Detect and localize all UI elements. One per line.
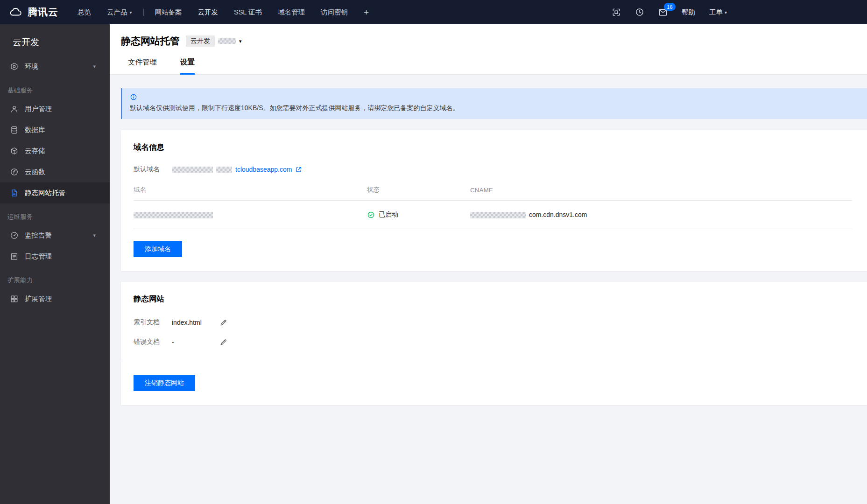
external-link-icon — [295, 166, 302, 173]
redacted-custom-domain — [134, 212, 213, 218]
error-doc-value: - — [172, 338, 219, 346]
top-nav: 总览 云产品▾ 网站备案 云开发 SSL 证书 域名管理 访问密钥 + — [70, 0, 377, 24]
brand-name: 腾讯云 — [28, 6, 58, 19]
card-title-static-website: 静态网站 — [134, 294, 852, 304]
cell-domain — [134, 201, 367, 229]
default-domain-suffix: tcloudbaseapp.com — [235, 166, 292, 173]
edit-index-doc-pencil-icon[interactable] — [219, 319, 227, 327]
page-header: 静态网站托管 云开发 ▾ 文件管理 设置 — [110, 24, 867, 75]
error-doc-label: 错误文档 — [134, 338, 172, 346]
redacted-domain-prefix — [172, 167, 213, 173]
log-icon — [10, 252, 19, 261]
add-domain-button[interactable]: 添加域名 — [134, 241, 182, 257]
nav-cloudbase[interactable]: 云开发 — [190, 0, 226, 24]
nav-access-key[interactable]: 访问密钥 — [313, 0, 356, 24]
message-count-badge: 16 — [664, 3, 676, 11]
default-domain-link[interactable]: tcloudbaseapp.com — [172, 166, 302, 173]
index-doc-label: 索引文档 — [134, 318, 172, 327]
storage-icon — [10, 147, 19, 155]
chevron-down-icon: ▾ — [239, 38, 242, 44]
table-row: 已启动 com.cdn.dnsv1.com — [134, 201, 852, 229]
card-footer: 注销静态网站 — [121, 361, 867, 391]
sidebar-title: 云开发 — [0, 24, 110, 56]
tencent-cloud-logo-icon — [7, 6, 23, 18]
nav-divider — [143, 9, 144, 16]
sidebar-item-extension-management[interactable]: 扩展管理 — [0, 288, 110, 309]
sidebar: 云开发 环境 ▾ 基础服务 用户管理 数据库 云存储 云函数 静态网站托管 运维… — [0, 24, 110, 504]
brand[interactable]: 腾讯云 — [7, 6, 58, 19]
chevron-down-icon: ▾ — [130, 10, 132, 15]
user-icon — [10, 105, 19, 113]
nav-ssl-cert[interactable]: SSL 证书 — [226, 0, 270, 24]
default-domain-label: 默认域名 — [134, 165, 172, 174]
function-icon — [10, 168, 19, 176]
status-badge: 已启动 — [379, 210, 398, 219]
settings-content: 默认域名仅供测试使用，限制下行速度10KB/S。如您需要对外正式提供网站服务，请… — [110, 75, 867, 504]
cell-status: 已启动 — [367, 201, 470, 229]
page-title: 静态网站托管 — [121, 35, 180, 48]
nav-cloud-products[interactable]: 云产品▾ — [99, 0, 140, 24]
document-icon — [10, 189, 19, 197]
redacted-env-name — [218, 38, 236, 44]
index-doc-value: index.html — [172, 319, 219, 326]
chevron-down-icon: ▾ — [93, 232, 96, 238]
info-icon — [130, 93, 137, 101]
card-title-domain-info: 域名信息 — [134, 142, 852, 153]
cname-suffix: com.cdn.dnsv1.com — [529, 211, 587, 218]
redacted-cname-prefix — [470, 212, 526, 218]
main-content: 静态网站托管 云开发 ▾ 文件管理 设置 默认域名仅供测试使用，限制下行速度10… — [110, 24, 867, 504]
env-tag: 云开发 — [186, 35, 215, 47]
banner-message: 默认域名仅供测试使用，限制下行速度10KB/S。如您需要对外正式提供网站服务，请… — [130, 104, 859, 112]
custom-domain-table: 域名 状态 CNAME — [134, 186, 852, 229]
database-icon — [10, 126, 19, 134]
nav-overview[interactable]: 总览 — [70, 0, 99, 24]
deregister-static-website-button[interactable]: 注销静态网站 — [134, 375, 195, 391]
environment-icon — [10, 62, 19, 71]
sidebar-item-cloud-functions[interactable]: 云函数 — [0, 161, 110, 182]
sidebar-item-user-management[interactable]: 用户管理 — [0, 98, 110, 119]
env-selector[interactable]: 云开发 ▾ — [186, 35, 242, 47]
ticket-menu[interactable]: 工单▾ — [709, 8, 727, 17]
nav-add-shortcut-button[interactable]: + — [356, 0, 377, 24]
table-header-row: 域名 状态 CNAME — [134, 186, 852, 201]
col-header-status: 状态 — [367, 186, 470, 201]
check-circle-icon — [367, 211, 375, 219]
sidebar-item-static-hosting[interactable]: 静态网站托管 — [0, 182, 110, 203]
edit-error-doc-pencil-icon[interactable] — [219, 338, 227, 346]
sidebar-item-monitoring[interactable]: 监控告警 ▾ — [0, 225, 110, 246]
domain-info-card: 域名信息 默认域名 tcloudbaseapp.com 域名 — [121, 130, 867, 271]
chevron-down-icon: ▾ — [93, 63, 96, 70]
info-banner: 默认域名仅供测试使用，限制下行速度10KB/S。如您需要对外正式提供网站服务，请… — [121, 88, 867, 119]
nav-domain-management[interactable]: 域名管理 — [270, 0, 313, 24]
tab-file-management[interactable]: 文件管理 — [128, 57, 157, 75]
clock-icon[interactable] — [635, 7, 644, 17]
sidebar-item-database[interactable]: 数据库 — [0, 119, 110, 140]
static-website-card: 静态网站 索引文档 index.html 错误文档 - 注销静态网站 — [121, 282, 867, 405]
col-header-cname: CNAME — [470, 186, 852, 201]
topbar: 腾讯云 总览 云产品▾ 网站备案 云开发 SSL 证书 域名管理 访问密钥 + … — [0, 0, 867, 24]
tab-bar: 文件管理 设置 — [110, 48, 867, 75]
sidebar-section-ops: 运维服务 — [0, 203, 110, 225]
gauge-icon — [10, 231, 19, 240]
scan-icon[interactable] — [612, 7, 621, 17]
topbar-right: 16 帮助 工单▾ — [612, 0, 727, 24]
tab-settings[interactable]: 设置 — [180, 57, 195, 75]
sidebar-item-log-management[interactable]: 日志管理 — [0, 246, 110, 267]
sidebar-section-extensions: 扩展能力 — [0, 267, 110, 288]
sidebar-item-cloud-storage[interactable]: 云存储 — [0, 140, 110, 161]
sidebar-item-environment[interactable]: 环境 ▾ — [0, 56, 110, 77]
grid-icon — [10, 294, 19, 303]
help-link[interactable]: 帮助 — [682, 8, 695, 17]
sidebar-section-basic: 基础服务 — [0, 77, 110, 98]
redacted-domain-mid — [216, 167, 232, 173]
chevron-down-icon: ▾ — [725, 10, 727, 15]
cell-cname: com.cdn.dnsv1.com — [470, 201, 852, 229]
col-header-domain: 域名 — [134, 186, 367, 201]
messages-button[interactable]: 16 — [658, 7, 668, 17]
nav-icp-filing[interactable]: 网站备案 — [147, 0, 190, 24]
